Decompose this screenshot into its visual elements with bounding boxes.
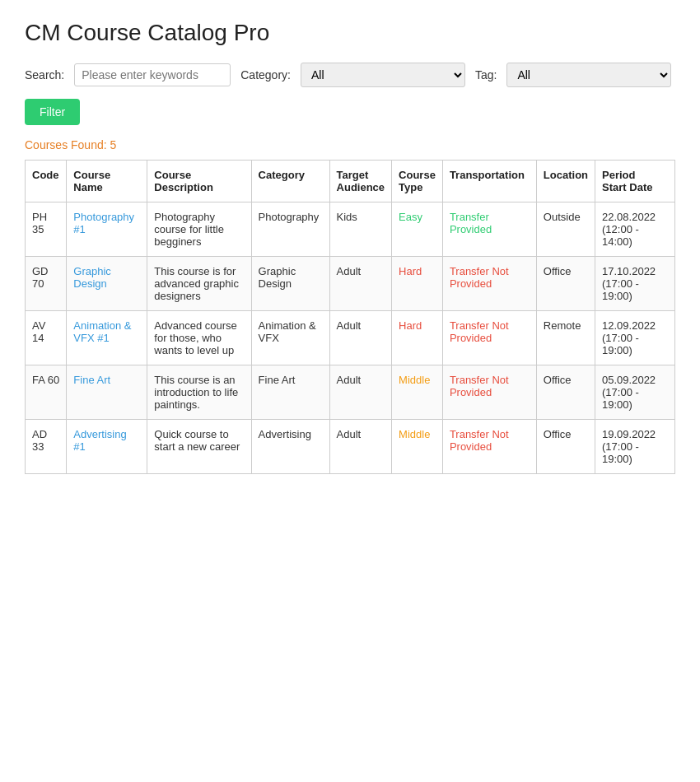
cell-period-start-date: 22.08.2022 (12:00 - 14:00) bbox=[595, 202, 675, 257]
cell-target-audience: Adult bbox=[329, 365, 392, 420]
cell-period-start-date: 05.09.2022 (17:00 - 19:00) bbox=[595, 365, 675, 420]
cell-location: Office bbox=[536, 420, 595, 474]
cell-course-name[interactable]: Animation & VFX #1 bbox=[67, 311, 147, 365]
search-bar: Search: Category: All Photography Graphi… bbox=[25, 63, 675, 87]
cell-transportation: Transfer Provided bbox=[442, 202, 536, 257]
cell-target-audience: Adult bbox=[329, 420, 392, 474]
col-course-description: CourseDescription bbox=[147, 161, 251, 202]
tag-label: Tag: bbox=[475, 68, 497, 81]
col-location: Location bbox=[536, 161, 595, 202]
cell-course-type: Middle bbox=[392, 420, 443, 474]
cell-location: Outside bbox=[536, 202, 595, 257]
cell-category: Photography bbox=[251, 202, 329, 257]
cell-category: Fine Art bbox=[251, 365, 329, 420]
cell-course-description: Photography course for little begginers bbox=[147, 202, 251, 257]
cell-code: AD 33 bbox=[26, 420, 67, 474]
cell-course-type: Middle bbox=[392, 365, 443, 420]
cell-code: GD 70 bbox=[26, 257, 67, 311]
cell-code: PH 35 bbox=[26, 202, 67, 257]
cell-course-type: Hard bbox=[392, 311, 443, 365]
cell-course-description: Quick course to start a new career bbox=[147, 420, 251, 474]
search-label: Search: bbox=[25, 68, 64, 81]
cell-target-audience: Kids bbox=[329, 202, 392, 257]
search-input[interactable] bbox=[74, 63, 231, 86]
cell-transportation: Transfer Not Provided bbox=[442, 420, 536, 474]
cell-course-type: Hard bbox=[392, 257, 443, 311]
cell-transportation: Transfer Not Provided bbox=[442, 311, 536, 365]
cell-period-start-date: 19.09.2022 (17:00 - 19:00) bbox=[595, 420, 675, 474]
col-category: Category bbox=[251, 161, 329, 202]
col-code: Code bbox=[26, 161, 67, 202]
col-period-start-date: PeriodStart Date bbox=[595, 161, 675, 202]
tag-select[interactable]: All bbox=[506, 63, 671, 87]
cell-transportation: Transfer Not Provided bbox=[442, 365, 536, 420]
cell-code: AV 14 bbox=[26, 311, 67, 365]
cell-course-description: This course is an introduction to life p… bbox=[147, 365, 251, 420]
table-row: PH 35Photography #1Photography course fo… bbox=[26, 202, 675, 257]
courses-found-count: 5 bbox=[110, 138, 117, 151]
table-row: GD 70Graphic DesignThis course is for ad… bbox=[26, 257, 675, 311]
cell-code: FA 60 bbox=[26, 365, 67, 420]
cell-course-description: Advanced course for those, who wants to … bbox=[147, 311, 251, 365]
table-row: AD 33Advertising #1Quick course to start… bbox=[26, 420, 675, 474]
cell-location: Office bbox=[536, 365, 595, 420]
cell-location: Remote bbox=[536, 311, 595, 365]
cell-course-description: This course is for advanced graphic desi… bbox=[147, 257, 251, 311]
courses-found-label: Courses Found: bbox=[25, 138, 107, 151]
cell-course-name[interactable]: Fine Art bbox=[67, 365, 147, 420]
cell-location: Office bbox=[536, 257, 595, 311]
category-select[interactable]: All Photography Graphic Design Animation… bbox=[301, 63, 465, 87]
cell-target-audience: Adult bbox=[329, 257, 392, 311]
cell-course-type: Easy bbox=[392, 202, 443, 257]
courses-table: Code CourseName CourseDescription Catego… bbox=[25, 160, 675, 474]
table-row: FA 60Fine ArtThis course is an introduct… bbox=[26, 365, 675, 420]
filter-button[interactable]: Filter bbox=[25, 99, 80, 125]
cell-target-audience: Adult bbox=[329, 311, 392, 365]
courses-found: Courses Found: 5 bbox=[25, 138, 675, 151]
cell-category: Graphic Design bbox=[251, 257, 329, 311]
col-course-type: CourseType bbox=[392, 161, 443, 202]
col-target-audience: TargetAudience bbox=[329, 161, 392, 202]
cell-period-start-date: 12.09.2022 (17:00 - 19:00) bbox=[595, 311, 675, 365]
cell-course-name[interactable]: Photography #1 bbox=[67, 202, 147, 257]
cell-period-start-date: 17.10.2022 (17:00 - 19:00) bbox=[595, 257, 675, 311]
table-row: AV 14Animation & VFX #1Advanced course f… bbox=[26, 311, 675, 365]
table-header-row: Code CourseName CourseDescription Catego… bbox=[26, 161, 675, 202]
page-title: CM Course Catalog Pro bbox=[25, 20, 675, 46]
col-course-name: CourseName bbox=[67, 161, 147, 202]
cell-course-name[interactable]: Graphic Design bbox=[67, 257, 147, 311]
category-label: Category: bbox=[240, 68, 291, 81]
cell-category: Animation & VFX bbox=[251, 311, 329, 365]
col-transportation: Transportation bbox=[442, 161, 536, 202]
cell-course-name[interactable]: Advertising #1 bbox=[67, 420, 147, 474]
cell-transportation: Transfer Not Provided bbox=[442, 257, 536, 311]
cell-category: Advertising bbox=[251, 420, 329, 474]
